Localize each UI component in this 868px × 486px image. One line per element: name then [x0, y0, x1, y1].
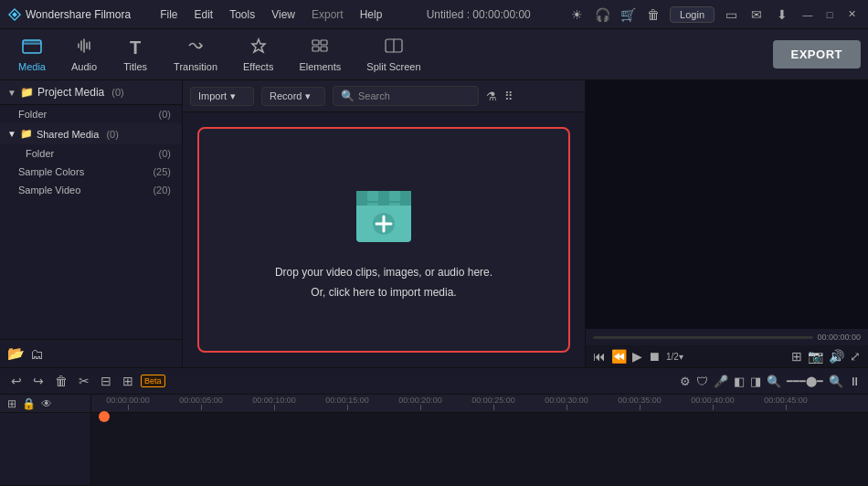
list-item-sample-colors[interactable]: Sample Colors (25): [0, 163, 182, 181]
list-item-folder[interactable]: Folder (0): [0, 105, 182, 123]
tool-transition-label: Transition: [174, 61, 217, 72]
title-bar-actions: ☀ 🎧 🛒 🗑 Login ▭ ✉ ⬇: [567, 6, 791, 23]
record-dropdown[interactable]: Record ▾: [261, 87, 325, 106]
menu-tools[interactable]: Tools: [222, 5, 262, 24]
ruler-tick-5: 00:00:25:00: [457, 396, 530, 410]
tool-elements[interactable]: Elements: [288, 32, 352, 78]
sun-icon[interactable]: ☀: [567, 7, 586, 22]
snapshot-icon[interactable]: 📷: [808, 349, 823, 364]
delete-icon[interactable]: 🗑: [51, 372, 71, 390]
list-item-shared-folder[interactable]: Folder (0): [0, 144, 182, 163]
import-label: Import: [198, 90, 227, 101]
list-item-sample-video[interactable]: Sample Video (20): [0, 181, 182, 199]
filter-icon[interactable]: ⚗: [486, 90, 497, 103]
menu-edit[interactable]: Edit: [187, 5, 221, 24]
tool-elements-label: Elements: [299, 61, 341, 72]
tool-media[interactable]: Media: [7, 32, 57, 78]
minimize-button[interactable]: —: [799, 5, 817, 24]
trash-icon[interactable]: 🗑: [644, 7, 662, 22]
fullscreen-icon[interactable]: ⤢: [850, 349, 861, 364]
menu-help[interactable]: Help: [353, 5, 390, 24]
zoom-slider[interactable]: ━━━⬤━: [787, 375, 823, 387]
pause-tracks-icon[interactable]: ⏸: [849, 375, 861, 388]
shield-icon[interactable]: 🛡: [696, 375, 708, 388]
svg-rect-4: [23, 40, 41, 44]
svg-rect-16: [378, 191, 389, 206]
tool-titles[interactable]: T Titles: [111, 32, 159, 78]
logo-icon: [7, 7, 22, 22]
step-back-icon[interactable]: ⏪: [611, 349, 627, 364]
import-dropdown[interactable]: Import ▾: [190, 87, 254, 106]
maximize-button[interactable]: □: [820, 5, 839, 24]
tool-titles-label: Titles: [123, 61, 147, 72]
media-drop-zone[interactable]: Drop your video clips, images, or audio …: [197, 127, 570, 353]
svg-rect-10: [321, 47, 327, 51]
add-folder-icon[interactable]: 📂: [7, 345, 25, 362]
folder-plus-icon[interactable]: 🗂: [30, 346, 44, 362]
menu-view[interactable]: View: [264, 5, 302, 24]
layout-icon[interactable]: ▭: [722, 7, 740, 22]
eye-icon[interactable]: 👁: [41, 397, 52, 410]
chevron-down-icon: ▼: [7, 88, 16, 98]
shared-media-label: Shared Media: [37, 129, 100, 140]
tool-effects[interactable]: Effects: [232, 32, 284, 78]
login-button[interactable]: Login: [670, 6, 715, 23]
preview-panel: 00:00:00:00 ⏮ ⏪ ▶ ⏹ 1/2▾ ⊞ 📷 🔊 ⤢: [585, 80, 868, 367]
sample-video-count: (20): [153, 185, 171, 195]
sticker-icon[interactable]: ◨: [750, 375, 761, 388]
tool-split-screen[interactable]: Split Screen: [355, 32, 431, 78]
panel-list: Folder (0) ▼ 📁 Shared Media (0) Folder (…: [0, 105, 182, 339]
crop-icon[interactable]: ⊞: [791, 349, 802, 364]
add-track-icon[interactable]: ⊞: [7, 397, 16, 410]
progress-bar[interactable]: [593, 336, 813, 339]
skip-back-icon[interactable]: ⏮: [593, 349, 606, 364]
settings-icon[interactable]: ⚙: [680, 375, 691, 388]
ruler-label-2: 00:00:10:00: [252, 396, 296, 405]
ruler-tick-3: 00:00:15:00: [311, 396, 384, 410]
ruler-label-1: 00:00:05:00: [179, 396, 223, 405]
undo-icon[interactable]: ↩: [7, 372, 26, 390]
media-icon: [22, 37, 42, 58]
menu-export[interactable]: Export: [304, 5, 351, 24]
lock-icon[interactable]: 🔒: [22, 397, 36, 410]
sample-video-label: Sample Video: [18, 185, 80, 195]
panel-section-shared[interactable]: ▼ 📁 Shared Media (0): [0, 123, 182, 144]
volume-icon[interactable]: 🔊: [829, 349, 844, 364]
redo-icon[interactable]: ↪: [29, 372, 48, 390]
zoom-in-icon[interactable]: 🔍: [829, 375, 843, 388]
tool-audio[interactable]: Audio: [60, 32, 108, 78]
search-box[interactable]: 🔍: [333, 86, 479, 106]
record-chevron-icon: ▾: [305, 90, 311, 102]
speed-select[interactable]: 1/2▾: [666, 352, 683, 362]
tool-effects-label: Effects: [243, 61, 273, 72]
magnetic-icon[interactable]: ⊞: [119, 372, 137, 390]
gift-icon[interactable]: 🛒: [619, 7, 637, 22]
captions-icon[interactable]: ◧: [734, 375, 745, 388]
play-icon[interactable]: ▶: [632, 349, 642, 364]
menu-file[interactable]: File: [153, 5, 185, 24]
panel-title[interactable]: ▼ 📁 Project Media (0): [7, 86, 124, 99]
download-icon[interactable]: ⬇: [773, 7, 791, 22]
stop-icon[interactable]: ⏹: [648, 349, 661, 364]
mic-icon[interactable]: 🎤: [714, 375, 728, 388]
zoom-out-icon[interactable]: 🔍: [767, 375, 781, 388]
headphone-icon[interactable]: 🎧: [593, 7, 611, 22]
scissors-icon[interactable]: ✂: [75, 372, 93, 390]
close-button[interactable]: ✕: [842, 5, 861, 24]
preview-screen: [586, 80, 868, 329]
svg-rect-7: [312, 40, 319, 45]
ruler-label-3: 00:00:15:00: [325, 396, 369, 405]
split-icon[interactable]: ⊟: [97, 372, 115, 390]
search-icon: 🔍: [341, 90, 355, 102]
export-button[interactable]: EXPORT: [773, 40, 861, 69]
search-input[interactable]: [358, 90, 471, 101]
mail-icon[interactable]: ✉: [747, 7, 766, 22]
grid-icon[interactable]: ⠿: [504, 90, 513, 103]
drop-text-line2: Or, click here to import media.: [275, 283, 492, 303]
tool-transition[interactable]: Transition: [163, 32, 228, 78]
sample-colors-label: Sample Colors: [18, 166, 84, 177]
media-content: Import ▾ Record ▾ 🔍 ⚗ ⠿: [183, 80, 585, 367]
tool-media-label: Media: [18, 61, 46, 72]
app-logo: Wondershare Filmora: [7, 7, 145, 22]
app-brand: Wondershare Filmora: [26, 8, 131, 21]
